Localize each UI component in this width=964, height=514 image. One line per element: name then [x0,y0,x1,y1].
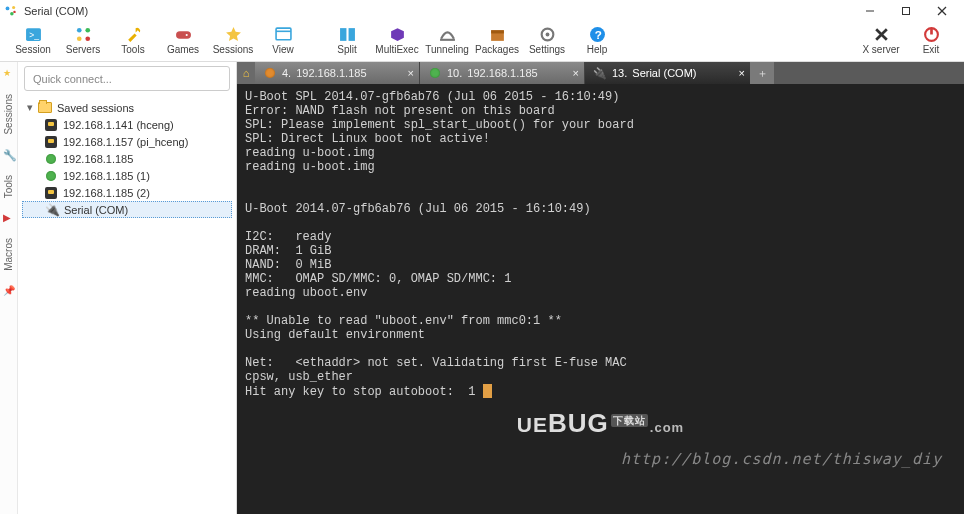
tree-root-label: Saved sessions [57,102,134,114]
svg-point-11 [85,28,90,33]
toolbar-label: Settings [529,44,565,55]
tools-icon: 🔧 [3,149,15,161]
toolbar-sessions[interactable]: Sessions [208,26,258,55]
toolbar-label: Games [167,44,199,55]
terminal-icon: >_ [25,26,42,43]
pin-icon[interactable]: 📌 [3,285,15,297]
window-title: Serial (COM) [24,5,88,17]
toolbar-label: View [272,44,294,55]
toolbar-tools[interactable]: Tools [108,26,158,55]
close-tab-icon[interactable]: × [408,67,414,79]
split-icon [339,26,356,43]
svg-point-0 [6,6,10,10]
tab-status-icon [263,66,277,80]
quick-connect-input[interactable]: Quick connect... [24,66,230,91]
servers-icon [75,26,92,43]
session-icon [44,118,58,132]
terminal-tabs: ⌂ 4. 192.168.1.185 × 10. 192.168.1.185 ×… [237,62,964,84]
svg-point-3 [13,11,15,13]
toolbar-label: Servers [66,44,100,55]
session-item[interactable]: 192.168.1.185 (2) [22,184,232,201]
tab-num: 13. [612,67,627,79]
settings-icon [539,26,556,43]
toolbar-label: Session [15,44,51,55]
session-label: Serial (COM) [64,204,128,216]
games-icon [175,26,192,43]
svg-point-15 [185,34,187,36]
terminal[interactable]: U-Boot SPL 2014.07-gfb6ab76 (Jul 06 2015… [237,84,964,514]
tab-status-icon [428,66,442,80]
session-item[interactable]: 192.168.1.141 (hceng) [22,116,232,133]
toolbar-label: Split [337,44,356,55]
toolbar-multiexec[interactable]: MultiExec [372,26,422,55]
session-item[interactable]: 192.168.1.157 (pi_hceng) [22,133,232,150]
toolbar-session[interactable]: >_ Session [8,26,58,55]
svg-rect-22 [491,30,504,33]
tab-home[interactable]: ⌂ [237,62,255,84]
toolbar-view[interactable]: View [258,26,308,55]
quick-connect-placeholder: Quick connect... [33,73,112,85]
minimize-button[interactable] [852,0,888,22]
titlebar: Serial (COM) [0,0,964,22]
toolbar-split[interactable]: Split [322,26,372,55]
svg-rect-5 [903,8,910,15]
tab-num: 4. [282,67,291,79]
new-tab-button[interactable]: ＋ [750,62,774,84]
svg-text:>_: >_ [29,30,39,40]
app-icon [4,4,18,18]
toolbar-label: Sessions [213,44,254,55]
plus-icon: ＋ [757,66,768,81]
session-label: 192.168.1.185 (1) [63,170,150,182]
terminal-tab[interactable]: 10. 192.168.1.185 × [420,62,585,84]
close-tab-icon[interactable]: × [573,67,579,79]
tree-root[interactable]: ▾ Saved sessions [22,99,232,116]
toolbar-help[interactable]: ? Help [572,26,622,55]
session-icon [44,169,58,183]
session-item[interactable]: 192.168.1.185 [22,150,232,167]
watermark-url: http://blog.csdn.net/thisway_diy [621,452,942,466]
session-label: 192.168.1.157 (pi_hceng) [63,136,188,148]
toolbar-settings[interactable]: Settings [522,26,572,55]
collapse-icon[interactable]: ▾ [26,101,33,114]
tab-label: 192.168.1.185 [296,67,366,79]
main-area: ⌂ 4. 192.168.1.185 × 10. 192.168.1.185 ×… [237,62,964,514]
close-tab-icon[interactable]: × [739,67,745,79]
toolbar-games[interactable]: Games [158,26,208,55]
tab-label: 192.168.1.185 [467,67,537,79]
tab-num: 10. [447,67,462,79]
toolbar-label: Tools [121,44,144,55]
toolbar-label: Help [587,44,608,55]
terminal-tab[interactable]: 🔌 13. Serial (COM) × [585,62,750,84]
svg-point-24 [545,33,549,37]
tunneling-icon [439,26,456,43]
sidebar-tab-macros[interactable]: Macros [3,228,14,281]
toolbar-tunneling[interactable]: Tunneling [422,26,472,55]
svg-point-10 [76,28,81,33]
session-label: 192.168.1.185 [63,153,133,165]
sidebar-strip: ★ Sessions 🔧 Tools ▶ Macros 📌 [0,62,18,514]
svg-point-12 [76,36,81,41]
sidebar-tab-sessions[interactable]: Sessions [3,84,14,145]
tab-label: Serial (COM) [632,67,696,79]
toolbar-exit[interactable]: Exit [906,26,956,55]
session-item[interactable]: 192.168.1.185 (1) [22,167,232,184]
x-icon [873,26,890,43]
home-icon: ⌂ [243,67,250,79]
maximize-button[interactable] [888,0,924,22]
svg-rect-20 [440,39,455,41]
session-item[interactable]: 🔌 Serial (COM) [22,201,232,218]
terminal-tab[interactable]: 4. 192.168.1.185 × [255,62,420,84]
sidebar-tab-tools[interactable]: Tools [3,165,14,208]
toolbar-label: Tunneling [425,44,469,55]
toolbar: >_ Session Servers Tools Games Sessions … [0,22,964,62]
exit-icon [923,26,940,43]
toolbar-servers[interactable]: Servers [58,26,108,55]
session-icon [44,186,58,200]
close-button[interactable] [924,0,960,22]
svg-text:?: ? [594,28,601,41]
toolbar-x-server[interactable]: X server [856,26,906,55]
toolbar-packages[interactable]: Packages [472,26,522,55]
sidebar: ★ Sessions 🔧 Tools ▶ Macros 📌 Quick conn… [0,62,237,514]
svg-rect-14 [176,31,191,38]
svg-rect-16 [276,28,291,40]
